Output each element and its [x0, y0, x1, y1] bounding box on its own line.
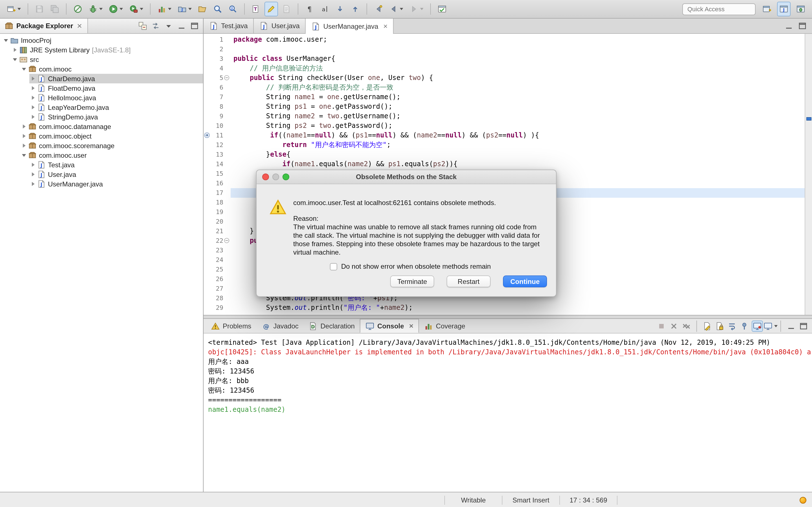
project-tree[interactable]: ImoocProjJRE System Library[JavaSE-1.8]s…	[0, 34, 203, 492]
quick-access-input[interactable]	[682, 3, 756, 15]
code-line-2[interactable]: 2	[204, 45, 805, 54]
tree-item-imoocproj[interactable]: ImoocProj	[0, 36, 203, 45]
overview-ruler[interactable]	[805, 34, 812, 315]
previous-annotation-button[interactable]	[349, 2, 362, 16]
tree-item-com-imooc-datamanage[interactable]: com.imooc.datamanage	[0, 122, 203, 131]
pin-console-button[interactable]	[739, 321, 749, 331]
expand-arrow-icon[interactable]	[29, 94, 37, 101]
notification-icon[interactable]	[800, 497, 806, 504]
expand-arrow-icon[interactable]	[29, 75, 37, 82]
code-line-8[interactable]: 8 String ps1 = one.getPassword();	[204, 102, 805, 112]
tree-item-com-imooc[interactable]: com.imooc	[0, 64, 203, 74]
run-button[interactable]	[107, 2, 125, 16]
editor-tab-usermanager-java[interactable]: JUserManager.java×	[306, 18, 394, 34]
remove-all-terminated-button[interactable]	[681, 321, 691, 331]
tree-item-jre-system-library[interactable]: JRE System Library[JavaSE-1.8]	[0, 45, 203, 55]
display-selected-console-button[interactable]	[752, 320, 763, 332]
code-line-12[interactable]: 12 return "用户名和密码不能为空";	[204, 140, 805, 150]
dropdown-arrow-icon[interactable]	[99, 8, 103, 10]
forward-button[interactable]	[407, 2, 426, 16]
code-line-11[interactable]: 11 if((name1==null) && (ps1==null) && (n…	[204, 131, 805, 140]
collapse-arrow-icon[interactable]	[11, 56, 18, 63]
editor-tab-test-java[interactable]: JTest.java	[204, 18, 254, 33]
dialog-titlebar[interactable]: Obsolete Methods on the Stack	[257, 170, 556, 184]
restart-button[interactable]: Restart	[447, 276, 491, 287]
code-line-7[interactable]: 7 String name1 = one.getUsername();	[204, 93, 805, 102]
maximize-view-button[interactable]	[190, 21, 200, 31]
fold-collapse-icon[interactable]	[223, 73, 231, 84]
close-tab-icon[interactable]: ×	[384, 22, 388, 30]
code-line-4[interactable]: 4 // 用户信息验证的方法	[204, 64, 805, 73]
last-edit-location-button[interactable]	[371, 2, 385, 16]
coverage-button[interactable]	[155, 2, 174, 16]
expand-arrow-icon[interactable]	[29, 113, 37, 121]
code-line-10[interactable]: 10 String ps2 = two.getPassword();	[204, 121, 805, 131]
view-menu-button[interactable]	[163, 21, 174, 31]
expand-arrow-icon[interactable]	[29, 180, 37, 187]
debug-perspective-button[interactable]	[794, 2, 808, 16]
java-search-button[interactable]: J	[226, 2, 240, 16]
dropdown-arrow-icon[interactable]	[17, 8, 21, 10]
coverage-tab[interactable]: Coverage	[419, 319, 470, 333]
debug-button[interactable]	[86, 2, 105, 16]
word-wrap-button[interactable]	[727, 321, 737, 331]
expand-arrow-icon[interactable]	[20, 132, 28, 140]
open-element-button[interactable]	[196, 2, 209, 16]
tree-item-com-imooc-object[interactable]: com.imooc.object	[0, 131, 203, 141]
expand-arrow-icon[interactable]	[29, 84, 37, 92]
new-wizard-button[interactable]	[4, 2, 23, 16]
tree-item-usermanager-java[interactable]: JUserManager.java	[0, 179, 203, 189]
save-button[interactable]	[33, 2, 46, 16]
dropdown-arrow-icon[interactable]	[400, 8, 403, 10]
scroll-lock-button[interactable]	[714, 321, 725, 331]
expand-arrow-icon[interactable]	[11, 46, 18, 54]
open-editor-window-button[interactable]	[435, 2, 449, 16]
tree-item-com-imooc-user[interactable]: com.imooc.user	[0, 151, 203, 160]
horizontal-sash[interactable]	[204, 315, 812, 319]
dropdown-arrow-icon[interactable]	[420, 8, 423, 10]
javadoc-tab[interactable]: @Javadoc	[256, 319, 303, 333]
dropdown-arrow-icon[interactable]	[188, 8, 192, 10]
show-annotations-button[interactable]	[280, 2, 293, 16]
code-line-1[interactable]: 1package com.imooc.user;	[204, 35, 805, 45]
tree-item-src[interactable]: src	[0, 55, 203, 64]
skip-all-breakpoints-button[interactable]	[71, 2, 85, 16]
problems-tab[interactable]: Problems	[206, 319, 256, 333]
declaration-tab[interactable]: DDeclaration	[304, 319, 360, 333]
tree-item-stringdemo-java[interactable]: JStringDemo.java	[0, 112, 203, 122]
collapse-arrow-icon[interactable]	[20, 152, 28, 159]
code-line-14[interactable]: 14 if(name1.equals(name2) && ps1.equals(…	[204, 159, 805, 169]
collapse-arrow-icon[interactable]	[2, 37, 10, 44]
remove-launch-button[interactable]	[669, 321, 679, 331]
package-explorer-tab[interactable]: Package Explorer	[0, 18, 88, 33]
link-with-editor-button[interactable]	[151, 21, 161, 31]
java-perspective-button[interactable]: J	[777, 2, 791, 16]
dropdown-arrow-icon[interactable]	[168, 8, 171, 10]
tree-item-helloimooc-java[interactable]: JHelloImooc.java	[0, 93, 203, 103]
clear-console-button[interactable]	[702, 321, 712, 331]
close-tab-icon[interactable]: ×	[409, 322, 413, 330]
dropdown-arrow-icon[interactable]	[140, 8, 143, 10]
console-tab[interactable]: Console×	[360, 319, 419, 333]
tree-item-test-java[interactable]: JTest.java	[0, 160, 203, 170]
code-line-13[interactable]: 13 }else{	[204, 150, 805, 159]
minimize-view-button[interactable]	[786, 321, 796, 331]
code-line-3[interactable]: 3public class UserManager{	[204, 54, 805, 64]
maximize-editor-button[interactable]	[797, 21, 808, 31]
obsolete-methods-checkbox[interactable]	[330, 263, 337, 270]
expand-arrow-icon[interactable]	[29, 161, 37, 168]
next-annotation-button[interactable]	[333, 2, 347, 16]
new-java-project-button[interactable]: J	[175, 2, 194, 16]
terminate-button[interactable]	[656, 321, 666, 331]
show-selected-element-button[interactable]: a	[318, 2, 332, 16]
minimize-view-button[interactable]	[176, 21, 187, 31]
show-whitespace-button[interactable]: ¶	[303, 2, 316, 16]
editor-tab-user-java[interactable]: JUser.java	[254, 18, 306, 33]
expand-arrow-icon[interactable]	[29, 171, 37, 178]
maximize-view-button[interactable]	[799, 321, 809, 331]
open-console-button[interactable]	[765, 321, 775, 331]
tree-item-leapyeardemo-java[interactable]: JLeapYearDemo.java	[0, 103, 203, 112]
tree-item-com-imooc-scoremanage[interactable]: com.imooc.scoremanage	[0, 141, 203, 151]
close-view-icon[interactable]	[76, 22, 83, 29]
minimize-editor-button[interactable]	[784, 21, 794, 31]
